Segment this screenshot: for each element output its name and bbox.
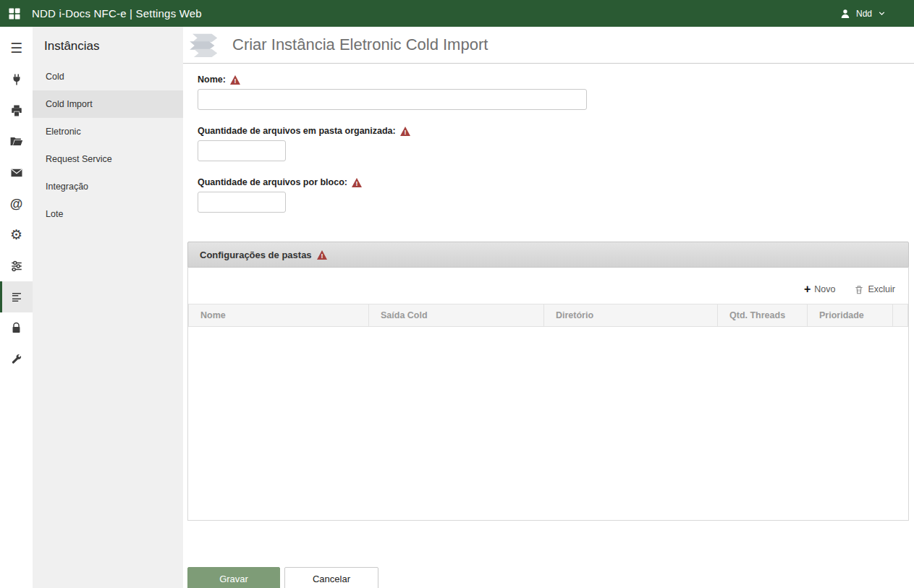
column-header-prioridade[interactable]: Prioridade [808,304,893,327]
sidebar-item-cold[interactable]: Cold [33,63,183,90]
lock-icon[interactable] [0,312,33,344]
plus-icon: + [804,284,811,295]
sidebar-item-integracao[interactable]: Integração [33,173,183,200]
menu-icon[interactable]: ☰ [0,33,33,64]
required-warning-icon: ! [317,250,327,260]
qtd-pasta-input[interactable] [198,140,286,161]
main-content: Criar Instância Eletronic Cold Import No… [183,27,914,588]
sidebar-item-cold-import[interactable]: Cold Import [33,90,183,118]
user-name: Ndd [856,9,872,19]
nome-input[interactable] [198,89,587,110]
page-title: Criar Instância Eletronic Cold Import [232,35,488,54]
svg-text:!: ! [355,180,357,187]
document-flow-icon [187,31,225,59]
sidebar-item-eletronic[interactable]: Eletronic [33,118,183,145]
sidebar: Instâncias Cold Cold Import Eletronic Re… [33,27,183,588]
pastas-table: Nome Saída Cold Diretório Qtd. Threads P… [188,304,908,327]
sliders-icon[interactable] [0,250,33,281]
user-icon [839,8,851,20]
instances-icon[interactable] [0,281,33,312]
gear-icon[interactable]: ⚙ [0,219,33,250]
sidebar-title: Instâncias [33,27,183,63]
mail-icon[interactable] [0,157,33,188]
topbar: NDD i-Docs NFC-e | Settings Web Ndd [0,0,914,27]
svg-text:!: ! [404,129,406,136]
app-title: NDD i-Docs NFC-e | Settings Web [32,7,202,20]
column-header-saida-cold[interactable]: Saída Cold [369,304,544,327]
qtd-bloco-field: Quantidade de arquivos por bloco: ! [198,177,909,213]
at-icon[interactable]: @ [0,188,33,219]
required-warning-icon: ! [352,178,362,187]
nome-field: Nome: ! [198,74,909,110]
table-empty-body [188,327,908,520]
qtd-pasta-label: Quantidade de arquivos em pasta organiza… [198,126,909,136]
svg-text:!: ! [321,252,323,260]
column-header-spacer [893,304,908,327]
qtd-bloco-input[interactable] [198,192,286,213]
qtd-pasta-field: Quantidade de arquivos em pasta organiza… [198,126,909,161]
plug-icon[interactable] [0,64,33,95]
cancelar-button[interactable]: Cancelar [284,567,378,588]
pastas-panel: + Novo Excluir [187,268,909,521]
excluir-button[interactable]: Excluir [854,284,895,295]
user-menu[interactable]: Ndd [839,8,887,20]
sidebar-item-lote[interactable]: Lote [33,200,183,228]
trash-icon [854,284,864,295]
novo-button[interactable]: + Novo [804,284,836,295]
folder-icon[interactable] [0,126,33,157]
pastas-section-header: Configurações de pastas ! [187,242,909,268]
page-header: Criar Instância Eletronic Cold Import [183,27,914,64]
printer-icon[interactable] [0,95,33,126]
pastas-toolbar: + Novo Excluir [188,268,908,304]
required-warning-icon: ! [400,127,410,136]
qtd-bloco-label: Quantidade de arquivos por bloco: ! [198,177,909,187]
icon-rail: ☰ @ ⚙ [0,27,33,588]
required-warning-icon: ! [230,75,240,85]
table-header-row: Nome Saída Cold Diretório Qtd. Threads P… [189,304,908,327]
wrench-icon[interactable] [0,344,33,375]
form-actions: Gravar Cancelar [187,567,909,588]
app-grid-icon[interactable] [7,7,22,21]
column-header-diretorio[interactable]: Diretório [544,304,718,327]
column-header-qtd-threads[interactable]: Qtd. Threads [718,304,808,327]
gravar-button[interactable]: Gravar [187,567,280,588]
nome-label: Nome: ! [198,74,909,85]
svg-text:!: ! [234,77,236,85]
column-header-nome[interactable]: Nome [189,304,369,327]
sidebar-item-request-service[interactable]: Request Service [33,145,183,173]
chevron-down-icon [877,9,887,18]
